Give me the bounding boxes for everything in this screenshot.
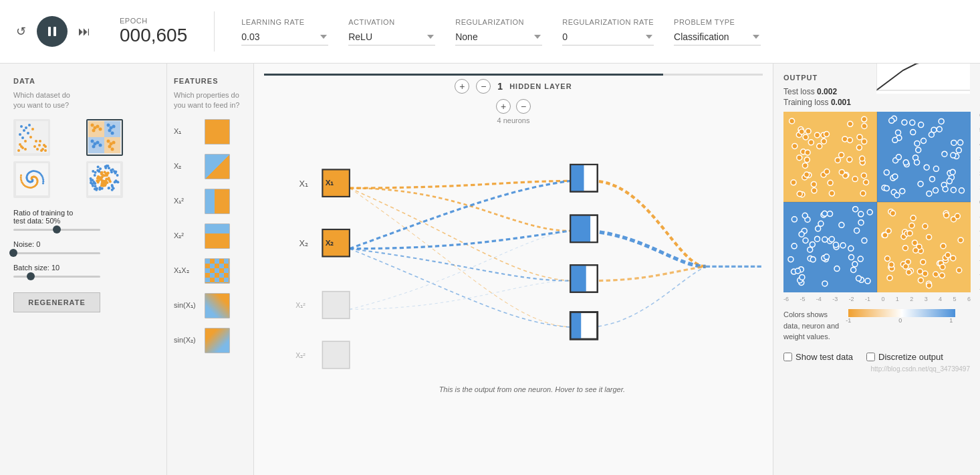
feature-x2-canvas [205, 154, 230, 179]
problem-type-label: Problem type [674, 18, 761, 26]
discretize-checkbox[interactable] [866, 353, 875, 361]
separator [214, 11, 215, 52]
learning-rate-label: Learning rate [241, 18, 328, 26]
batch-thumb[interactable] [27, 272, 35, 280]
watermark: http://blog.csdn.net/qq_34739497 [783, 365, 970, 373]
loss-info: Test loss 0.002 Training loss 0.001 [783, 87, 851, 108]
conn-x12-n3 [350, 281, 570, 310]
feature-x1[interactable]: X₁ [174, 119, 247, 145]
noise-track [13, 252, 100, 254]
feature-x1sq-canvas [205, 189, 230, 214]
reg-rate-select[interactable]: 00.0010.010.1 [562, 29, 654, 45]
dataset-circles[interactable] [86, 161, 123, 198]
play-pause-button[interactable] [37, 16, 68, 47]
feature-x2sq[interactable]: X₂² [174, 223, 247, 249]
batch-label: Batch size: 10 [13, 264, 153, 272]
regenerate-button[interactable]: REGENERATE [13, 292, 100, 312]
test-loss-value: 0.002 [817, 87, 837, 96]
activation-group: Activation ReLUTanhSigmoidLinear [348, 18, 435, 45]
problem-type-group: Problem type ClassificationRegression [674, 18, 761, 45]
feature-x1x2-canvas [205, 258, 230, 284]
feature-x1-canvas [205, 119, 230, 145]
conn-x1-n1 [350, 181, 570, 188]
color-bar [848, 309, 955, 317]
network-area: + − 1 HIDDEN LAYER + − 4 neurons [254, 64, 773, 475]
dataset-spiral[interactable] [13, 161, 50, 198]
batch-slider-group: Batch size: 10 [13, 264, 153, 278]
neuron-count-label: 4 neurons [264, 116, 763, 124]
ratio-thumb[interactable] [53, 225, 61, 233]
dataset-noisy[interactable] [13, 119, 50, 156]
regularization-label: Regularization [455, 18, 542, 26]
input-x2-label: X₂ [326, 238, 334, 247]
feature-sinx1-label: sin(X₁) [174, 301, 201, 310]
noise-thumb[interactable] [9, 249, 17, 257]
conn-n3-out [592, 266, 706, 280]
conn-x2-n4 [350, 249, 570, 327]
playback-controls: ↺ ⏭ [13, 16, 93, 47]
progress-bar-fill [264, 74, 663, 76]
ratio-track [13, 229, 100, 231]
x2sq-text: X₂² [295, 351, 305, 359]
conn-n2-out [592, 231, 706, 266]
noise-label: Noise: 0 [13, 240, 153, 248]
feature-x1x2[interactable]: X₁X₂ [174, 258, 247, 284]
feature-sinx2-label: sin(X₂) [174, 336, 201, 345]
epoch-value: 000,605 [120, 25, 187, 46]
reset-button[interactable]: ↺ [13, 21, 29, 41]
feature-x1sq[interactable]: X₁² [174, 189, 247, 214]
network-svg: X₁ X₂ X₁ X₂ X₁² X₂² [264, 130, 763, 417]
activation-label: Activation [348, 18, 435, 26]
feature-x1sq-label: X₁² [174, 197, 201, 205]
ratio-slider-group: Ratio of training to test data: 50% [13, 209, 153, 231]
test-loss-line: Test loss 0.002 [783, 87, 851, 96]
show-test-checkbox[interactable] [783, 353, 792, 361]
step-button[interactable]: ⏭ [76, 22, 93, 41]
color-bar-section: -1 0 1 [846, 309, 958, 324]
color-legend: Colors showsdata, neuron andweight value… [783, 309, 970, 345]
output-panel: OUTPUT Test loss 0.002 Training loss 0.0… [773, 64, 980, 475]
input-x2sq-node[interactable] [322, 341, 349, 368]
neuron-1-fill [570, 165, 584, 191]
input-x1sq-node[interactable] [322, 292, 349, 318]
conn-x2-n1 [350, 181, 570, 248]
neuron-4-fill [570, 312, 581, 339]
topbar: ↺ ⏭ Epoch 000,605 Learning rate 0.030.01… [0, 0, 980, 64]
main-area: DATA Which dataset do you want to use? [0, 64, 980, 475]
add-neuron-button[interactable]: + [496, 99, 511, 114]
feature-sinx1[interactable]: sin(X₁) [174, 293, 247, 318]
feature-sinx2[interactable]: sin(X₂) [174, 328, 247, 353]
remove-neuron-button[interactable]: − [516, 99, 531, 114]
reg-rate-label: Regularization rate [562, 18, 654, 26]
activation-select[interactable]: ReLUTanhSigmoidLinear [348, 29, 435, 45]
x-axis-labels: -6-5-4-3-2-10123456 [783, 296, 971, 302]
features-title: FEATURES [174, 77, 247, 85]
features-subtitle: Which properties do you want to feed in? [174, 90, 247, 111]
data-subtitle: Which dataset do you want to use? [13, 90, 153, 111]
feature-x1-label: X₁ [174, 127, 201, 136]
batch-track [13, 276, 100, 278]
feature-sinx2-canvas [205, 328, 230, 353]
hidden-layer-header: + − 1 HIDDEN LAYER [264, 79, 763, 94]
feature-x2[interactable]: X₂ [174, 154, 247, 179]
show-test-label[interactable]: Show test data [795, 352, 853, 362]
loss-graph [876, 64, 970, 94]
ratio-label: Ratio of training to test data: 50% [13, 209, 153, 225]
feature-x1x2-label: X₁X₂ [174, 266, 201, 275]
data-title: DATA [13, 77, 153, 85]
feature-x2sq-canvas [205, 223, 230, 249]
dataset-grid [13, 119, 153, 198]
data-panel: DATA Which dataset do you want to use? [0, 64, 167, 475]
add-layer-button[interactable]: + [455, 79, 469, 94]
dataset-clusters[interactable] [86, 119, 123, 156]
discretize-label[interactable]: Discretize output [878, 352, 943, 362]
feature-x2-label: X₂ [174, 162, 201, 171]
conn-n4-out [592, 266, 706, 327]
problem-type-select[interactable]: ClassificationRegression [674, 29, 761, 45]
progress-bar-container [264, 74, 763, 76]
remove-layer-button[interactable]: − [476, 79, 491, 94]
hidden-layer-count: 1 [497, 81, 503, 92]
learning-rate-select[interactable]: 0.030.010.10.003 [241, 29, 328, 45]
regularization-select[interactable]: NoneL1L2 [455, 29, 542, 45]
output-canvas [783, 112, 971, 292]
